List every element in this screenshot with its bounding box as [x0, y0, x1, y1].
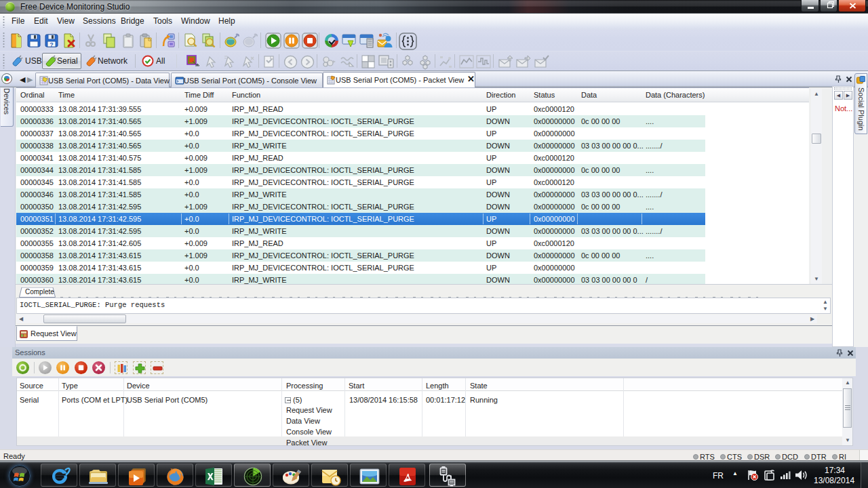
svg-text:?: ?	[50, 41, 54, 48]
